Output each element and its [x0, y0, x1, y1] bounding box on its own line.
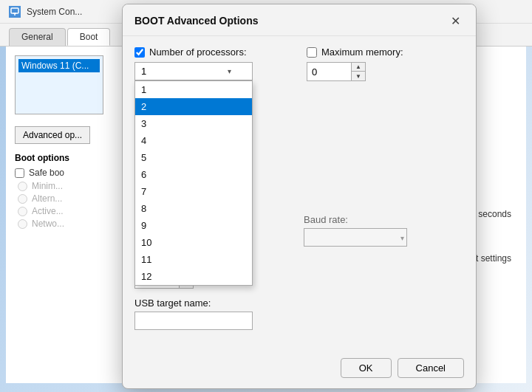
max-memory-checkbox-row: Maximum memory:	[307, 47, 464, 58]
ok-button[interactable]: OK	[341, 358, 392, 378]
option-6[interactable]: 6	[135, 166, 252, 183]
minimum-radio[interactable]	[18, 182, 27, 191]
spinbox-arrows: ▲ ▼	[351, 63, 365, 80]
advanced-options-button[interactable]: Advanced op...	[15, 126, 90, 144]
safe-boot-label: Safe boo	[29, 168, 64, 178]
baud-rate-dropdown-wrapper[interactable]: ▾	[304, 228, 407, 247]
modal-titlebar: BOOT Advanced Options ✕	[123, 4, 476, 36]
active-label: Active...	[32, 206, 64, 216]
option-3[interactable]: 3	[135, 115, 252, 132]
cancel-button[interactable]: Cancel	[398, 358, 464, 378]
os-listbox-item[interactable]: Windows 11 (C...	[18, 59, 100, 72]
max-memory-up-button[interactable]: ▲	[352, 63, 365, 72]
modal-title: BOOT Advanced Options	[134, 15, 259, 27]
tab-boot[interactable]: Boot	[67, 28, 111, 46]
max-memory-checkbox[interactable]	[307, 47, 317, 58]
option-1[interactable]: 1	[135, 81, 252, 98]
num-processors-list: 1 2 3 4 5 6 7 8 9 10 11 12	[134, 80, 253, 286]
alternate-label: Altern...	[32, 193, 62, 204]
option-12[interactable]: 12	[135, 268, 252, 285]
option-4[interactable]: 4	[135, 132, 252, 149]
option-10[interactable]: 10	[135, 234, 252, 251]
option-9[interactable]: 9	[135, 217, 252, 234]
option-11[interactable]: 11	[135, 251, 252, 268]
monitor-icon	[9, 6, 21, 18]
usb-target-row: USB target name:	[134, 298, 464, 330]
num-processors-value: 1	[141, 66, 146, 77]
svg-rect-0	[11, 8, 18, 13]
max-memory-down-button[interactable]: ▼	[352, 72, 365, 80]
max-memory-input[interactable]	[307, 63, 351, 80]
usb-target-input[interactable]	[134, 312, 253, 330]
num-processors-checkbox-row: Number of processors:	[134, 47, 292, 58]
num-processors-label: Number of processors:	[149, 47, 247, 58]
network-label: Netwo...	[32, 219, 64, 229]
boot-advanced-options-dialog: BOOT Advanced Options ✕ Number of proces…	[122, 4, 477, 389]
baud-rate-label: Baud rate:	[304, 214, 348, 225]
option-8[interactable]: 8	[135, 200, 252, 217]
max-memory-spinbox[interactable]: ▲ ▼	[307, 62, 366, 81]
safe-boot-checkbox[interactable]	[15, 168, 24, 178]
max-memory-section: Maximum memory: ▲ ▼	[307, 47, 464, 81]
option-7[interactable]: 7	[135, 183, 252, 200]
modal-footer: OK Cancel	[123, 352, 476, 388]
network-radio[interactable]	[18, 219, 27, 229]
bg-title: System Con...	[27, 7, 82, 17]
max-memory-label: Maximum memory:	[321, 47, 403, 58]
top-options-row: Number of processors: 1 ▾ 1 2 3 4 5	[134, 47, 464, 81]
tab-general[interactable]: General	[9, 28, 66, 46]
num-processors-checkbox[interactable]	[134, 47, 145, 58]
option-5[interactable]: 5	[135, 149, 252, 166]
seconds-label: seconds	[478, 209, 511, 219]
baud-rate-section: Baud rate: ▾	[304, 214, 464, 247]
modal-body: Number of processors: 1 ▾ 1 2 3 4 5	[123, 36, 476, 352]
num-processors-dropdown-wrapper[interactable]: 1 ▾ 1 2 3 4 5 6 7 8 9 10	[134, 62, 253, 80]
alternate-radio[interactable]	[18, 194, 27, 204]
active-radio[interactable]	[18, 207, 27, 216]
os-listbox[interactable]: Windows 11 (C...	[15, 55, 103, 114]
minimum-label: Minim...	[32, 181, 63, 191]
usb-target-label: USB target name:	[134, 298, 464, 309]
num-processors-dropdown[interactable]: 1 ▾	[134, 62, 253, 80]
dropdown-arrow-icon: ▾	[228, 67, 231, 75]
option-2[interactable]: 2	[135, 98, 252, 115]
num-processors-section: Number of processors: 1 ▾ 1 2 3 4 5	[134, 47, 292, 81]
baud-rate-select[interactable]	[304, 228, 407, 247]
modal-close-button[interactable]: ✕	[446, 12, 464, 30]
